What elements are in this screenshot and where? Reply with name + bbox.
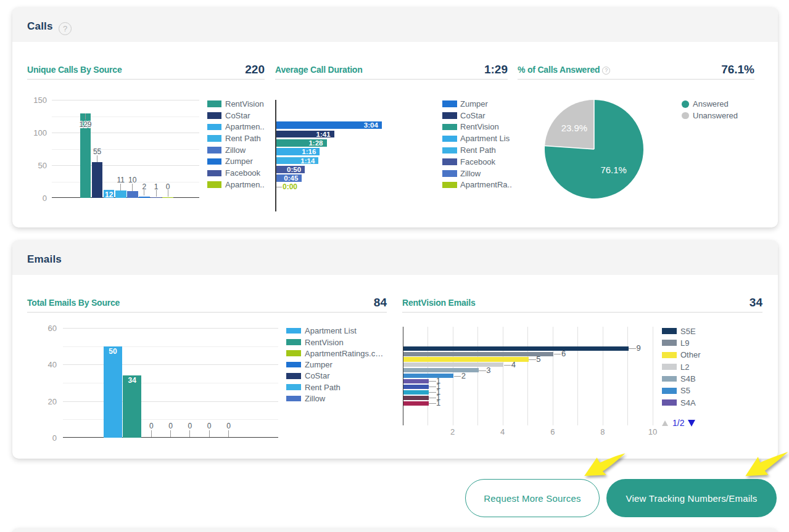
svg-text:23.9%: 23.9% <box>561 123 588 133</box>
svg-text:76.1%: 76.1% <box>600 165 627 175</box>
